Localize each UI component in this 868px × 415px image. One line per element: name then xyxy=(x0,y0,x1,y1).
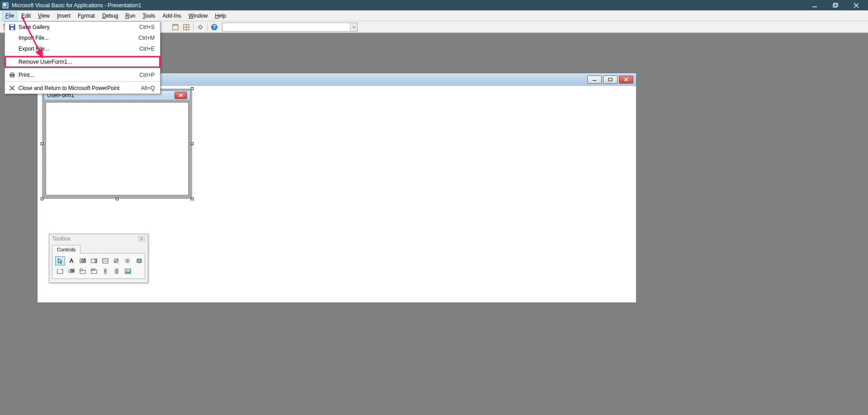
menu-separator xyxy=(5,55,160,56)
resize-handle[interactable] xyxy=(191,198,193,200)
svg-rect-18 xyxy=(10,24,14,26)
tool-scrollbar[interactable] xyxy=(100,267,110,276)
save-icon xyxy=(8,24,17,30)
file-menu-save-gallery[interactable]: Save Gallery Ctrl+S xyxy=(5,22,160,33)
menu-item-shortcut: Alt+Q xyxy=(141,85,157,91)
svg-rect-21 xyxy=(11,73,14,74)
svg-rect-27 xyxy=(609,78,612,81)
menu-item-shortcut: Ctrl+E xyxy=(139,46,157,52)
tool-combobox[interactable] xyxy=(89,256,99,265)
tool-checkbox[interactable] xyxy=(112,256,122,265)
app-icon xyxy=(2,2,9,9)
file-dropdown-menu: Save Gallery Ctrl+S Import File... Ctrl+… xyxy=(5,21,160,94)
svg-rect-53 xyxy=(104,270,106,272)
file-menu-import-file[interactable]: Import File... Ctrl+M xyxy=(5,33,160,43)
project-explorer-button[interactable] xyxy=(170,22,180,32)
procedure-combo[interactable] xyxy=(222,23,358,32)
resize-handle[interactable] xyxy=(116,198,118,200)
menu-item-shortcut: Ctrl+P xyxy=(139,72,157,78)
toolbar-separator xyxy=(207,23,208,31)
menu-window[interactable]: Window xyxy=(185,11,212,20)
svg-rect-4 xyxy=(834,3,838,6)
menu-tools[interactable]: Tools xyxy=(139,11,159,20)
tool-textbox[interactable]: ab xyxy=(78,256,88,265)
tool-listbox[interactable] xyxy=(100,256,110,265)
toolbar-separator xyxy=(193,23,193,31)
svg-rect-22 xyxy=(11,76,14,77)
toolbox-window[interactable]: Toolbox × Controls A ab ab xyxy=(49,234,148,283)
userform-design-surface[interactable] xyxy=(46,102,189,195)
toolbox-close-button[interactable]: × xyxy=(138,236,145,242)
menu-help[interactable]: Help xyxy=(211,11,230,20)
svg-point-41 xyxy=(127,260,128,262)
userform-close-button[interactable] xyxy=(175,92,187,99)
menu-item-shortcut: Ctrl+M xyxy=(138,35,157,41)
resize-handle[interactable] xyxy=(41,198,43,200)
tool-multipage[interactable] xyxy=(89,267,99,276)
tool-optionbutton[interactable] xyxy=(123,256,133,265)
resize-handle[interactable] xyxy=(191,87,193,90)
menu-item-label: Print... xyxy=(17,72,139,78)
menu-addins[interactable]: Add-Ins xyxy=(159,11,184,20)
toolbox-title: Toolbox xyxy=(52,236,138,242)
menu-insert[interactable]: Insert xyxy=(53,11,74,20)
tool-togglebutton[interactable] xyxy=(134,256,144,265)
mdi-maximize-button[interactable] xyxy=(603,75,618,84)
menu-view[interactable]: View xyxy=(34,11,53,20)
chevron-down-icon xyxy=(350,23,357,31)
titlebar: Microsoft Visual Basic for Applications … xyxy=(0,0,868,10)
toolbox-panel: A ab ab xyxy=(52,253,145,279)
svg-rect-10 xyxy=(173,24,178,26)
menu-separator xyxy=(5,68,160,69)
menu-item-label: Import File... xyxy=(17,35,138,41)
menu-item-label: Remove UserForm1... xyxy=(17,59,155,65)
menu-item-label: Save Gallery xyxy=(17,24,139,30)
menu-separator xyxy=(5,81,160,82)
file-menu-export-file[interactable]: Export File... Ctrl+E xyxy=(5,43,160,54)
menu-file[interactable]: File xyxy=(2,11,18,20)
mdi-close-button[interactable] xyxy=(619,75,633,84)
window-close-button[interactable] xyxy=(850,1,863,10)
tool-label[interactable]: A xyxy=(66,256,76,265)
svg-text:ab: ab xyxy=(70,269,75,274)
properties-window-button[interactable] xyxy=(181,22,191,32)
tool-spinbutton[interactable] xyxy=(112,267,122,276)
menu-item-shortcut: Ctrl+S xyxy=(139,24,157,30)
tool-image[interactable] xyxy=(123,267,133,276)
tool-frame[interactable] xyxy=(55,267,65,276)
window-minimize-button[interactable] xyxy=(808,1,821,10)
menu-item-label: Close and Return to Microsoft PowerPoint xyxy=(17,85,141,91)
tool-tabstrip[interactable] xyxy=(78,267,88,276)
svg-point-57 xyxy=(127,270,127,271)
mdi-minimize-button[interactable] xyxy=(587,75,602,84)
toolbox-titlebar[interactable]: Toolbox × xyxy=(49,234,148,243)
print-icon xyxy=(8,72,17,78)
svg-rect-19 xyxy=(11,28,14,30)
resize-handle[interactable] xyxy=(41,142,43,145)
file-menu-close-return[interactable]: Close and Return to Microsoft PowerPoint… xyxy=(5,83,160,94)
menu-edit[interactable]: Edit xyxy=(18,11,34,20)
userform-designer[interactable]: UserForm1 xyxy=(42,89,192,199)
window-restore-button[interactable] xyxy=(829,1,842,10)
file-menu-print[interactable]: Print... Ctrl+P xyxy=(5,70,160,80)
toolbox-button[interactable] xyxy=(195,22,205,32)
tool-pointer[interactable] xyxy=(55,256,65,265)
menu-run[interactable]: Run xyxy=(122,11,139,20)
svg-rect-43 xyxy=(57,269,63,274)
svg-rect-3 xyxy=(833,4,837,7)
menu-debug[interactable]: Debug xyxy=(99,11,122,20)
svg-rect-44 xyxy=(58,269,61,270)
help-button[interactable]: ? xyxy=(209,22,219,32)
tool-commandbutton[interactable]: ab xyxy=(66,267,76,276)
toolbox-tab-controls[interactable]: Controls xyxy=(52,245,80,254)
menu-format[interactable]: Format xyxy=(74,11,99,20)
svg-point-14 xyxy=(199,26,201,28)
menu-item-label: Export File... xyxy=(17,46,139,52)
file-menu-remove-userform[interactable]: Remove UserForm1... xyxy=(5,57,160,67)
svg-rect-36 xyxy=(103,259,108,263)
svg-text:ab: ab xyxy=(81,258,86,264)
resize-handle[interactable] xyxy=(191,142,193,145)
svg-text:?: ? xyxy=(212,24,216,30)
svg-rect-48 xyxy=(80,269,82,271)
svg-rect-1 xyxy=(4,4,6,6)
